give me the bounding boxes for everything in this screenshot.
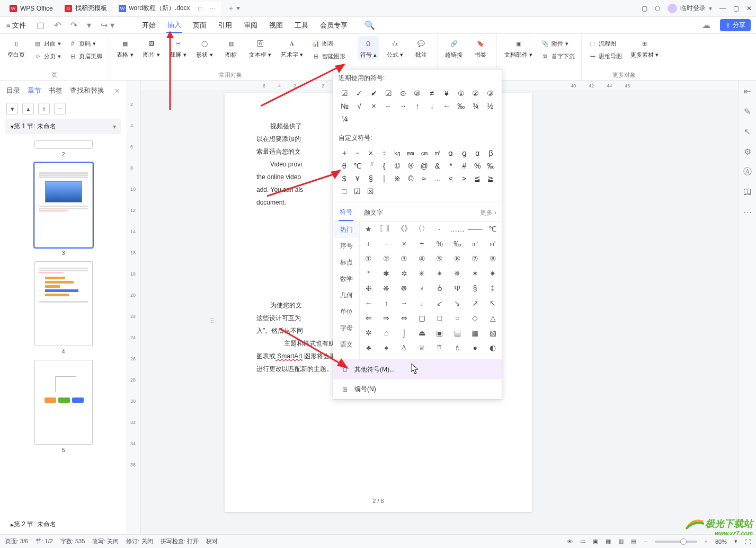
symbol-cell[interactable]: ✓	[352, 87, 366, 100]
tab-template[interactable]: D找稻壳模板	[59, 2, 112, 15]
sp-tab-symbol[interactable]: 符号	[339, 205, 353, 221]
tool-down[interactable]: ▾	[6, 103, 18, 114]
symbol-cell[interactable]: ÷	[377, 147, 390, 160]
close-icon[interactable]: ✕	[746, 5, 752, 12]
btn-smartart[interactable]: ⊞智能图形	[310, 51, 346, 61]
qat-redo-icon[interactable]: ↷	[70, 20, 77, 30]
menu-tools[interactable]: 工具	[293, 19, 309, 32]
symbol-cell[interactable]: ※	[391, 172, 404, 185]
symbol-cell[interactable]: ♙	[395, 340, 413, 355]
qat-icon-5[interactable]: ↪ ▾	[101, 20, 114, 30]
thumb-2[interactable]: 2	[34, 140, 93, 157]
btn-hyperlink[interactable]: 🔗超链接	[443, 36, 465, 60]
symbol-cell[interactable]: ②	[468, 87, 483, 100]
symbol-cell[interactable]: ♣	[360, 340, 378, 355]
symbol-cell[interactable]: ↙	[431, 296, 449, 311]
tab-add[interactable]: ＋ ▾	[222, 2, 246, 15]
sidetab-toc[interactable]: 目录	[6, 86, 20, 95]
qat-icon-4[interactable]: ▾	[87, 20, 91, 30]
symbol-cell[interactable]: △	[484, 311, 502, 325]
symbol-cell[interactable]: ㎜	[404, 147, 417, 160]
symbol-cell[interactable]: #	[457, 160, 470, 172]
symbol-cell[interactable]: ☑	[381, 87, 395, 100]
symbol-cell[interactable]: ♁	[431, 281, 449, 296]
thumb-4[interactable]: 4	[34, 261, 93, 355]
symbol-cell[interactable]: ⇐	[360, 311, 378, 325]
symbol-cell[interactable]: ★	[360, 222, 378, 236]
symbol-cell[interactable]: ←	[439, 100, 453, 112]
symbol-cell[interactable]: §	[466, 281, 484, 296]
menu-vip[interactable]: 会员专享	[319, 19, 349, 32]
symbol-cell[interactable]: ɑ	[444, 147, 457, 160]
rb-more-icon[interactable]: ⋯	[742, 207, 753, 217]
status-page[interactable]: 页面: 3/6	[5, 537, 28, 545]
symbol-category[interactable]: 语文	[333, 337, 359, 353]
symbol-cell[interactable]: ▤	[449, 325, 467, 340]
symbol-cell[interactable]: ↑	[410, 100, 424, 112]
view-mode-4-icon[interactable]: ▥	[618, 538, 624, 545]
symbol-cell[interactable]: ①	[454, 87, 468, 100]
symbol-cell[interactable]: …	[431, 172, 444, 185]
symbol-cell[interactable]: ♕	[413, 340, 431, 355]
btn-wordart[interactable]: 𝐀艺术字 ▾	[279, 36, 305, 60]
symbol-cell[interactable]: ♠	[378, 340, 396, 355]
qat-icon-1[interactable]: ▢	[37, 20, 45, 30]
cube-icon[interactable]: ⬡	[655, 5, 660, 12]
symbol-cell[interactable]: ¼	[337, 112, 352, 125]
symbol-cell[interactable]: ♖	[431, 340, 449, 355]
symbol-cell[interactable]: ⑧	[484, 251, 502, 266]
symbol-cell[interactable]: ↑	[378, 296, 396, 311]
menu-view[interactable]: 视图	[268, 19, 284, 32]
status-section[interactable]: 节: 1/2	[35, 537, 52, 545]
symbol-cell[interactable]: ↓	[425, 100, 439, 112]
symbol-cell[interactable]: %	[431, 236, 449, 251]
symbol-cell[interactable]: ☑	[337, 87, 352, 100]
rb-dict-icon[interactable]: 🕮	[742, 187, 753, 197]
symbol-cell[interactable]: ✴	[431, 266, 449, 281]
btn-dropcap[interactable]: 𝕬首字下沉	[540, 51, 576, 61]
symbol-cell[interactable]: ¥	[439, 87, 453, 100]
symbol-cell[interactable]: ⑥	[449, 251, 467, 266]
symbol-cell[interactable]: ¾	[468, 100, 483, 112]
symbol-cell[interactable]: ｜	[377, 172, 390, 185]
share-button[interactable]: ⇪ 分享	[720, 19, 751, 31]
symbol-cell[interactable]: -	[378, 236, 396, 251]
symbol-cell[interactable]: ✵	[449, 266, 467, 281]
menu-insert[interactable]: 插入	[166, 18, 182, 33]
symbol-cell[interactable]: ‰	[449, 236, 467, 251]
symbol-cell[interactable]: ●	[466, 340, 484, 355]
symbol-cell[interactable]: ⊙	[396, 87, 410, 100]
menu-hamburger[interactable]: ≡ 文件	[5, 19, 27, 32]
module-handle-icon[interactable]: ⠿	[210, 315, 215, 328]
symbol-cell[interactable]: ‰	[454, 100, 468, 112]
symbol-category[interactable]: 几何	[333, 287, 359, 304]
symbol-cell[interactable]: 《》	[395, 222, 413, 236]
symbol-cell[interactable]: ♗	[449, 340, 467, 355]
symbol-cell[interactable]: ⌂	[378, 325, 396, 340]
zoom-slider[interactable]	[655, 541, 697, 543]
symbol-cell[interactable]: ④	[413, 251, 431, 266]
sp-tab-emoji[interactable]: 颜文字	[363, 205, 384, 220]
view-mode-1-icon[interactable]: ▭	[580, 538, 585, 545]
btn-shape[interactable]: ◯形状 ▾	[194, 36, 215, 60]
symbol-cell[interactable]: ⇒	[378, 311, 396, 325]
rb-select-icon[interactable]: ↖	[742, 126, 753, 137]
btn-table[interactable]: ▦表格 ▾	[114, 36, 136, 60]
tab-wps[interactable]: WWPS Office	[4, 2, 58, 15]
view-mode-2-icon[interactable]: ▣	[593, 538, 598, 545]
rb-settings-icon[interactable]: ⚙	[742, 146, 753, 157]
sidetab-find[interactable]: 查找和替换	[70, 86, 104, 95]
tool-remove[interactable]: −	[54, 103, 66, 114]
symbol-cell[interactable]: ③	[395, 251, 413, 266]
symbol-category[interactable]: 序号	[333, 238, 359, 254]
symbol-cell[interactable]: ≤	[444, 172, 457, 185]
symbol-cell[interactable]: ㎥	[484, 236, 502, 251]
cloud-icon[interactable]: ☁	[702, 20, 710, 30]
symbol-cell[interactable]: 〖〗	[378, 222, 396, 236]
symbol-cell[interactable]: β	[484, 147, 497, 160]
section-2[interactable]: ▸ 第 2 节: 未命名	[5, 517, 121, 532]
symbol-category[interactable]: 标点	[333, 254, 359, 271]
symbol-cell[interactable]: ㎝	[417, 147, 431, 160]
symbol-cell[interactable]: □	[337, 185, 351, 198]
symbol-cell[interactable]: ©	[391, 160, 404, 172]
